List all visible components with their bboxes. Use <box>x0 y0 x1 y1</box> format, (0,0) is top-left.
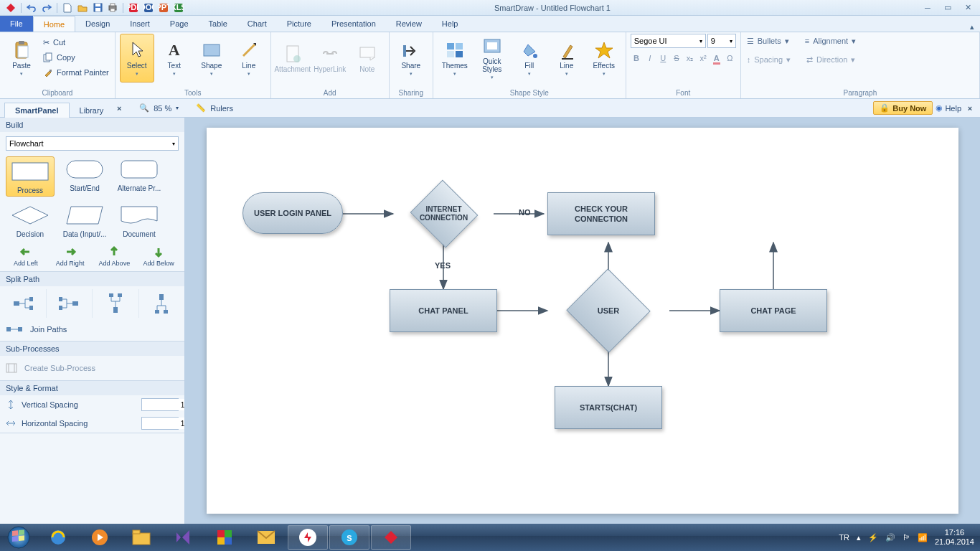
export-ppt-icon[interactable]: PPT <box>157 2 170 14</box>
minimize-button[interactable]: ─ <box>920 3 936 13</box>
symbol-button[interactable]: Ω <box>724 51 736 65</box>
shape-document[interactable]: Document <box>115 202 164 238</box>
open-icon[interactable] <box>76 2 89 14</box>
hspacing-spin[interactable]: ▲▼ <box>141 417 179 430</box>
tray-clock[interactable]: 17:16 21.04.2014 <box>935 528 974 547</box>
add-right-button[interactable]: Add Right <box>50 245 90 267</box>
flowchart-combo[interactable]: Flowchart▾ <box>6 136 179 151</box>
taskbar-outlook[interactable] <box>246 525 286 550</box>
smartpanel-tab[interactable]: SmartPanel <box>4 103 70 118</box>
help-button[interactable]: ◉Help <box>936 103 961 113</box>
close-button[interactable]: ✕ <box>960 3 976 13</box>
tray-network-icon[interactable]: 📶 <box>918 533 928 542</box>
node-starts[interactable]: STARTS(CHAT) <box>555 386 662 429</box>
split-down[interactable] <box>139 289 185 318</box>
start-button[interactable] <box>0 524 37 551</box>
taskbar-yandex[interactable] <box>288 525 328 550</box>
review-tab[interactable]: Review <box>386 16 432 32</box>
tray-flag-icon[interactable]: 🏳 <box>903 533 910 542</box>
add-left-button[interactable]: Add Left <box>6 245 46 267</box>
export-pdf-icon[interactable]: PDF <box>127 2 140 14</box>
zoom-value[interactable]: 85 % <box>154 104 171 113</box>
paste-button[interactable]: Paste▾ <box>4 34 39 83</box>
split-left[interactable] <box>47 289 93 318</box>
line-button[interactable]: Line▾ <box>232 34 266 83</box>
shape-alternate[interactable]: Alternate Pr... <box>115 156 164 197</box>
library-tab[interactable]: Library <box>70 103 114 118</box>
chart-tab[interactable]: Chart <box>237 16 277 32</box>
undo-icon[interactable] <box>25 2 38 14</box>
note-button[interactable]: Note <box>350 34 385 83</box>
app-icon[interactable] <box>4 2 17 14</box>
shape-process[interactable]: Process <box>6 156 55 197</box>
taskbar-ie[interactable] <box>38 525 78 550</box>
tray-lang[interactable]: TR <box>839 533 849 542</box>
themes-button[interactable]: Themes▾ <box>438 34 472 83</box>
quick-styles-button[interactable]: Quick Styles▾ <box>475 34 509 83</box>
save-icon[interactable] <box>91 2 104 14</box>
shape-button[interactable]: Shape▾ <box>194 34 229 83</box>
bold-button[interactable]: B <box>631 51 643 65</box>
tray-chevron-icon[interactable]: ▴ <box>857 533 861 542</box>
share-button[interactable]: Share▾ <box>394 34 428 83</box>
rulers-icon[interactable]: 📏 <box>196 103 206 113</box>
export-xls-icon[interactable]: XLS <box>172 2 185 14</box>
create-subprocess-button[interactable]: Create Sub-Process <box>0 356 184 380</box>
font-name-combo[interactable]: Segoe UI▾ <box>631 34 706 48</box>
design-tab[interactable]: Design <box>75 16 120 32</box>
export-doc-icon[interactable]: DOC <box>142 2 155 14</box>
page[interactable]: USER LOGIN PANEL INTERNET CONNECTION NO … <box>207 128 958 514</box>
zoom-dropdown[interactable]: ▾ <box>176 105 179 111</box>
tray-volume-icon[interactable]: 🔊 <box>885 533 895 542</box>
underline-button[interactable]: U <box>657 51 669 65</box>
presentation-tab[interactable]: Presentation <box>321 16 386 32</box>
rulers-button[interactable]: Rulers <box>210 104 233 113</box>
cut-button[interactable]: ✂Cut <box>42 35 110 50</box>
split-up[interactable] <box>93 289 139 318</box>
buy-now-button[interactable]: 🔒Buy Now <box>873 101 933 115</box>
new-icon[interactable] <box>61 2 74 14</box>
taskbar-vs[interactable] <box>163 525 203 550</box>
node-check[interactable]: CHECK YOUR CONNECTION <box>547 192 655 235</box>
taskbar-app-colors[interactable] <box>204 525 245 550</box>
side-panel[interactable]: Build Flowchart▾ Process Start/End Alter… <box>0 118 185 524</box>
font-color-button[interactable]: A <box>711 51 723 65</box>
zoom-icon[interactable]: 🔍 <box>139 103 149 113</box>
insert-tab[interactable]: Insert <box>120 16 160 32</box>
taskbar-explorer[interactable] <box>121 525 161 550</box>
file-tab[interactable]: File <box>0 16 33 32</box>
fill-button[interactable]: Fill▾ <box>512 34 547 83</box>
page-tab[interactable]: Page <box>160 16 199 32</box>
bullets-button[interactable]: ☰Bullets ▾ <box>745 34 791 48</box>
superscript-button[interactable]: x² <box>697 51 710 65</box>
shape-startend[interactable]: Start/End <box>60 156 109 197</box>
split-right[interactable] <box>0 289 47 318</box>
help-tab[interactable]: Help <box>432 16 468 32</box>
spacing-button[interactable]: ↕Spacing ▾ <box>745 52 792 67</box>
vspacing-spin[interactable]: ▲▼ <box>141 398 179 411</box>
hyperlink-button[interactable]: HyperLink <box>313 34 347 83</box>
text-button[interactable]: AText▾ <box>157 34 192 83</box>
node-chatpage[interactable]: CHAT PAGE <box>720 289 827 332</box>
optbar-close-button[interactable]: × <box>964 104 976 113</box>
subscript-button[interactable]: x₂ <box>684 51 696 65</box>
node-login[interactable]: USER LOGIN PANEL <box>242 192 343 234</box>
redo-icon[interactable] <box>40 2 53 14</box>
copy-button[interactable]: Copy <box>42 50 110 65</box>
select-button[interactable]: Select▾ <box>120 34 154 83</box>
attachment-button[interactable]: Attachment <box>275 34 310 83</box>
taskbar-mediaplayer[interactable] <box>80 525 120 550</box>
home-tab[interactable]: Home <box>33 16 75 32</box>
picture-tab[interactable]: Picture <box>277 16 321 32</box>
canvas[interactable]: USER LOGIN PANEL INTERNET CONNECTION NO … <box>185 118 980 524</box>
node-internet[interactable]: INTERNET CONNECTION <box>406 184 481 244</box>
collapse-ribbon-icon[interactable]: ▴ <box>964 22 980 32</box>
alignment-button[interactable]: ≡Alignment ▾ <box>804 34 857 48</box>
maximize-button[interactable]: ▭ <box>940 3 956 13</box>
format-painter-button[interactable]: Format Painter <box>42 65 110 80</box>
join-paths-button[interactable]: Join Paths <box>0 318 184 341</box>
italic-button[interactable]: I <box>644 51 656 65</box>
tray-battery-icon[interactable]: ⚡ <box>868 533 878 542</box>
node-user[interactable]: USER <box>551 280 666 342</box>
effects-button[interactable]: Effects▾ <box>587 34 621 83</box>
